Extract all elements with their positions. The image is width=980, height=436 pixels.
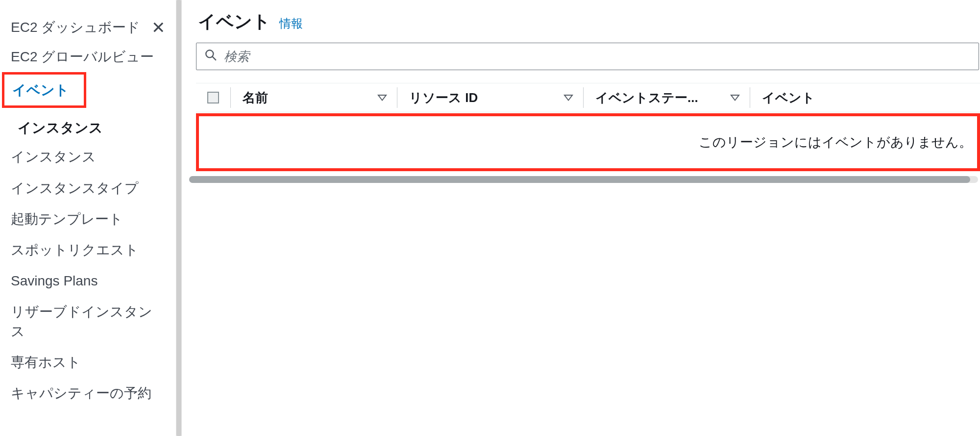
column-checkbox[interactable] <box>196 92 230 103</box>
column-label: イベントステー... <box>595 89 698 106</box>
column-label: 名前 <box>243 89 268 106</box>
sidebar-item-capacity-reservations[interactable]: キャパシティーの予約 <box>0 378 162 409</box>
column-label: リソース ID <box>409 89 478 106</box>
sidebar-item-events[interactable]: イベント <box>2 72 86 108</box>
sidebar-item-launch-templates[interactable]: 起動テンプレート <box>0 204 134 234</box>
sidebar-section-label: インスタンス <box>18 120 103 135</box>
sidebar-section-instances[interactable]: インスタンス <box>0 108 176 141</box>
events-table: 名前 リソース ID イベントステー... イベント このリージョンにはイベント… <box>196 83 980 183</box>
sidebar-item-ec2-dashboard[interactable]: EC2 ダッシュボード <box>11 18 140 37</box>
sidebar-item-spot-requests[interactable]: スポットリクエスト <box>0 234 149 265</box>
search-input[interactable] <box>224 49 971 64</box>
filter-icon[interactable] <box>377 95 387 101</box>
close-icon[interactable]: ✕ <box>151 19 165 36</box>
table-header-row: 名前 リソース ID イベントステー... イベント <box>196 83 980 112</box>
sidebar-item-savings-plans[interactable]: Savings Plans <box>0 265 108 296</box>
sidebar-item-instances[interactable]: インスタンス <box>0 141 107 172</box>
page-title: イベント <box>198 10 270 34</box>
info-link[interactable]: 情報 <box>279 16 303 31</box>
filter-icon[interactable] <box>564 95 573 101</box>
sidebar-item-instance-types[interactable]: インスタンスタイプ <box>0 173 149 204</box>
app-root: EC2 ダッシュボード ✕ EC2 グローバルビュー イベント インスタンス イ… <box>0 0 980 436</box>
search-field[interactable] <box>196 43 979 70</box>
svg-point-0 <box>206 50 213 57</box>
column-header-resource-id[interactable]: リソース ID <box>397 87 583 108</box>
select-all-checkbox[interactable] <box>207 92 219 103</box>
filter-icon[interactable] <box>730 95 740 101</box>
main-content: イベント 情報 名前 リソース I <box>176 0 980 436</box>
sidebar-item-global-view[interactable]: EC2 グローバルビュー <box>0 41 165 72</box>
table-empty-message: このリージョンにはイベントがありません。 <box>196 113 980 171</box>
search-icon <box>204 49 217 65</box>
sidebar-item-reserved-instances[interactable]: リザーブドインスタンス <box>0 296 176 346</box>
column-header-name[interactable]: 名前 <box>230 87 397 108</box>
column-header-event-status[interactable]: イベントステー... <box>583 87 750 108</box>
horizontal-scrollbar[interactable] <box>189 176 978 183</box>
column-label: イベント <box>762 89 815 106</box>
sidebar-top-row: EC2 ダッシュボード ✕ <box>0 14 176 41</box>
sidebar-item-dedicated-hosts[interactable]: 専有ホスト <box>0 347 92 378</box>
page-heading: イベント 情報 <box>196 10 980 34</box>
sidebar: EC2 ダッシュボード ✕ EC2 グローバルビュー イベント インスタンス イ… <box>0 0 176 436</box>
horizontal-scrollbar-thumb[interactable] <box>189 176 970 183</box>
svg-line-1 <box>212 56 216 60</box>
column-header-event[interactable]: イベント <box>750 87 980 108</box>
